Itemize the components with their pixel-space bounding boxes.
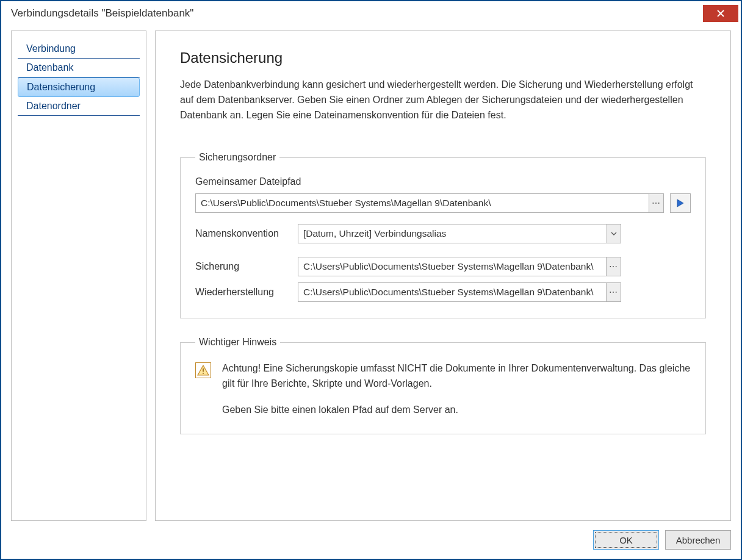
sidebar-item-label: Datenbank	[26, 62, 73, 73]
dialog-footer: OK Abbrechen	[11, 521, 731, 559]
group-legend: Wichtiger Hinweis	[195, 337, 280, 348]
backup-path-input[interactable]	[298, 257, 607, 276]
backup-label: Sicherung	[195, 261, 298, 272]
sidebar-item-datenbank[interactable]: Datenbank	[18, 59, 140, 77]
ok-button[interactable]: OK	[593, 530, 659, 550]
restore-browse-button[interactable]: ⋯	[607, 282, 621, 302]
sidebar-item-datenordner[interactable]: Datenordner	[18, 97, 140, 116]
apply-path-button[interactable]	[670, 193, 691, 213]
group-sicherungsordner: Sicherungsordner Gemeinsamer Dateipfad ⋯	[180, 152, 706, 318]
close-button[interactable]	[703, 5, 738, 22]
columns: Verbindung Datenbank Datensicherung Date…	[11, 31, 731, 521]
titlebar: Verbindungsdetails "Beispieldatenbank"	[1, 1, 741, 26]
svg-rect-1	[203, 373, 204, 374]
group-wichtiger-hinweis: Wichtiger Hinweis Achtung! Eine Sicherun…	[180, 337, 706, 434]
restore-path-input[interactable]	[298, 282, 607, 302]
page-description: Jede Datenbankverbindung kann gesichert …	[180, 77, 706, 123]
restore-label: Wiederherstellung	[195, 287, 298, 298]
shared-path-input[interactable]	[195, 193, 649, 213]
naming-select-value: [Datum, Uhrzeit] Verbindungsalias	[298, 228, 606, 239]
play-icon	[677, 199, 684, 207]
cancel-button[interactable]: Abbrechen	[665, 530, 731, 550]
ellipsis-icon: ⋯	[652, 198, 661, 208]
hint-text: Achtung! Eine Sicherungskopie umfasst NI…	[222, 361, 691, 417]
svg-rect-0	[203, 368, 204, 372]
dialog-window: Verbindungsdetails "Beispieldatenbank" V…	[0, 0, 742, 560]
window-body: Verbindung Datenbank Datensicherung Date…	[1, 26, 741, 559]
naming-label: Namenskonvention	[195, 228, 298, 239]
sidebar-item-datensicherung[interactable]: Datensicherung	[18, 77, 140, 97]
warning-icon	[195, 362, 211, 378]
sidebar: Verbindung Datenbank Datensicherung Date…	[11, 31, 146, 521]
shared-path-label: Gemeinsamer Dateipfad	[195, 176, 691, 187]
ellipsis-icon: ⋯	[609, 287, 618, 297]
hint-line-1: Achtung! Eine Sicherungskopie umfasst NI…	[222, 361, 691, 392]
backup-browse-button[interactable]: ⋯	[607, 257, 621, 276]
ellipsis-icon: ⋯	[609, 262, 618, 271]
sidebar-item-label: Datensicherung	[27, 82, 95, 92]
chevron-down-icon	[611, 232, 617, 235]
group-legend: Sicherungsordner	[195, 152, 279, 163]
naming-select[interactable]: [Datum, Uhrzeit] Verbindungsalias	[298, 224, 621, 243]
page-title: Datensicherung	[180, 49, 706, 66]
close-icon	[717, 10, 724, 17]
hint-line-2: Geben Sie bitte einen lokalen Pfad auf d…	[222, 403, 691, 418]
sidebar-item-label: Datenordner	[26, 101, 81, 111]
content-panel: Datensicherung Jede Datenbankverbindung …	[155, 31, 731, 521]
sidebar-item-label: Verbindung	[26, 43, 76, 54]
window-title: Verbindungsdetails "Beispieldatenbank"	[11, 7, 193, 20]
shared-path-browse-button[interactable]: ⋯	[649, 193, 664, 213]
sidebar-item-verbindung[interactable]: Verbindung	[18, 40, 140, 59]
naming-select-arrow[interactable]	[606, 224, 621, 243]
